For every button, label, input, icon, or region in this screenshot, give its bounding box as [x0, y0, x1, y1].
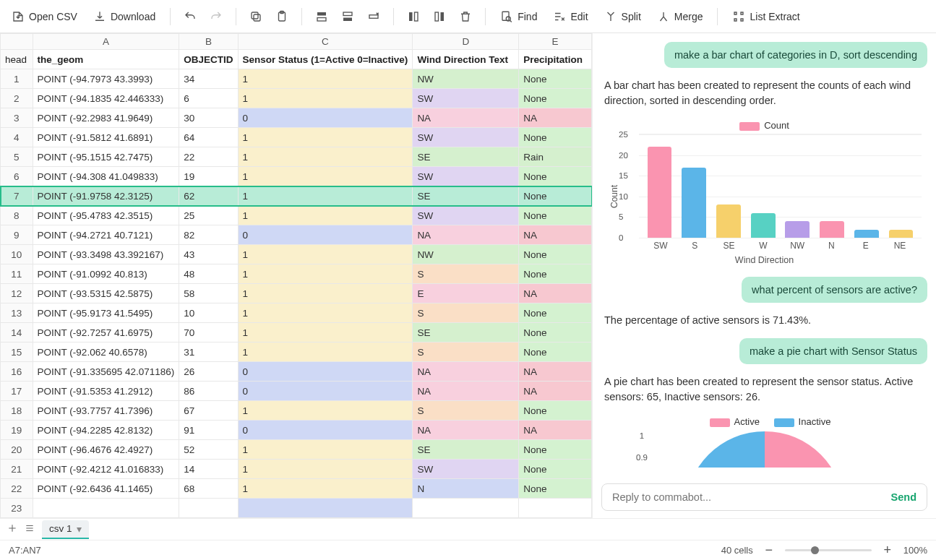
cell[interactable]: None [519, 323, 592, 343]
table-row[interactable]: 10 POINT (-93.3498 43.392167) 43 1 NW No… [1, 245, 592, 264]
row-index[interactable]: 6 [1, 167, 33, 186]
table-row[interactable]: 4 POINT (-91.5812 41.6891) 64 1 SW None [1, 128, 592, 147]
cell[interactable]: 10 [179, 303, 238, 323]
row-index[interactable]: 11 [1, 264, 33, 284]
table-row[interactable]: 18 POINT (-93.7757 41.7396) 67 1 S None [1, 401, 592, 421]
insert-col-left-button[interactable] [403, 6, 424, 27]
col-letter[interactable]: E [519, 34, 592, 50]
cell[interactable]: NA [519, 108, 592, 128]
cell[interactable]: N [413, 479, 519, 499]
edit-button[interactable]: Edit [547, 6, 593, 27]
cell[interactable] [519, 499, 592, 518]
insert-row-below-button[interactable] [337, 6, 358, 27]
table-row[interactable]: 15 POINT (-92.062 40.6578) 31 1 S None [1, 343, 592, 362]
cell[interactable]: POINT (-96.4676 42.4927) [33, 440, 179, 460]
cell[interactable]: 1 [238, 147, 413, 167]
cell[interactable]: NA [519, 284, 592, 303]
cell[interactable]: 34 [179, 69, 238, 89]
cell[interactable]: None [519, 89, 592, 108]
cell[interactable]: None [519, 303, 592, 323]
spreadsheet[interactable]: A B C D E head the_geom OBJECTID Sensor … [0, 33, 593, 518]
cell[interactable]: 64 [179, 128, 238, 147]
cell[interactable]: NA [413, 362, 519, 382]
table-row[interactable]: 8 POINT (-95.4783 42.3515) 25 1 SW None [1, 206, 592, 225]
table-row[interactable]: 17 POINT (-91.5353 41.2912) 86 0 NA NA [1, 382, 592, 401]
cell[interactable]: POINT (-91.9758 42.3125) [33, 186, 179, 206]
cell[interactable]: NA [413, 108, 519, 128]
cell[interactable]: None [519, 206, 592, 225]
cell[interactable]: 1 [238, 264, 413, 284]
cell[interactable]: POINT (-91.0992 40.813) [33, 264, 179, 284]
row-index[interactable]: 8 [1, 206, 33, 225]
cell[interactable]: SW [413, 89, 519, 108]
cell[interactable] [33, 499, 179, 518]
cell[interactable]: None [519, 264, 592, 284]
row-index[interactable]: 13 [1, 303, 33, 323]
row-index[interactable]: 22 [1, 479, 33, 499]
cell[interactable]: 1 [238, 343, 413, 362]
chat-input[interactable] [612, 491, 891, 503]
zoom-out-button[interactable]: − [763, 543, 775, 558]
cell[interactable]: 1 [238, 128, 413, 147]
cell[interactable]: 1 [238, 460, 413, 479]
cell[interactable]: SW [413, 167, 519, 186]
cell[interactable]: 19 [179, 167, 238, 186]
col-letter[interactable]: C [238, 34, 413, 50]
cell[interactable]: 1 [238, 284, 413, 303]
header-cell[interactable]: Wind Direction Text [413, 50, 519, 69]
cell[interactable] [413, 499, 519, 518]
cell[interactable]: SW [413, 206, 519, 225]
row-index[interactable]: 5 [1, 147, 33, 167]
row-index[interactable]: 18 [1, 401, 33, 421]
cell[interactable]: 6 [179, 89, 238, 108]
cell[interactable]: 58 [179, 284, 238, 303]
table-row[interactable]: 12 POINT (-93.5315 42.5875) 58 1 E NA [1, 284, 592, 303]
row-index[interactable]: 9 [1, 225, 33, 245]
table-row[interactable]: 13 POINT (-95.9173 41.5495) 10 1 S None [1, 303, 592, 323]
cell[interactable]: 43 [179, 245, 238, 264]
cell[interactable]: POINT (-92.062 40.6578) [33, 343, 179, 362]
cell[interactable]: POINT (-93.3498 43.392167) [33, 245, 179, 264]
cell[interactable]: POINT (-94.308 41.049833) [33, 167, 179, 186]
cell[interactable]: 1 [238, 245, 413, 264]
cell[interactable]: 0 [238, 421, 413, 440]
header-cell[interactable]: Sensor Status (1=Active 0=Inactive) [238, 50, 413, 69]
cell[interactable]: SE [413, 186, 519, 206]
cell[interactable]: SW [413, 128, 519, 147]
cell[interactable]: None [519, 167, 592, 186]
cell[interactable]: POINT (-93.7757 41.7396) [33, 401, 179, 421]
row-index[interactable]: 19 [1, 421, 33, 440]
add-sheet-button[interactable] [7, 523, 17, 535]
cell[interactable]: NA [519, 362, 592, 382]
cell[interactable]: SE [413, 147, 519, 167]
col-letter[interactable]: B [179, 34, 238, 50]
cell[interactable]: SE [413, 323, 519, 343]
cell[interactable]: POINT (-92.4212 41.016833) [33, 460, 179, 479]
cell[interactable]: 70 [179, 323, 238, 343]
cell[interactable]: POINT (-91.335695 42.071186) [33, 362, 179, 382]
cell[interactable]: None [519, 343, 592, 362]
cell[interactable]: 62 [179, 186, 238, 206]
cell[interactable]: 0 [238, 362, 413, 382]
cell[interactable]: POINT (-95.9173 41.5495) [33, 303, 179, 323]
cell[interactable]: NA [413, 421, 519, 440]
table-row[interactable]: 5 POINT (-95.1515 42.7475) 22 1 SE Rain [1, 147, 592, 167]
zoom-slider[interactable] [785, 549, 872, 551]
cell[interactable]: POINT (-93.5315 42.5875) [33, 284, 179, 303]
send-button[interactable]: Send [891, 491, 916, 503]
delete-col-button[interactable] [455, 6, 476, 27]
cell[interactable]: NA [413, 225, 519, 245]
table-row[interactable]: 19 POINT (-94.2285 42.8132) 91 0 NA NA [1, 421, 592, 440]
cell[interactable]: 1 [238, 323, 413, 343]
header-cell[interactable]: Precipitation [519, 50, 592, 69]
cell[interactable]: 0 [238, 382, 413, 401]
cell[interactable]: POINT (-95.4783 42.3515) [33, 206, 179, 225]
row-index[interactable]: 7 [1, 186, 33, 206]
cell[interactable]: 1 [238, 69, 413, 89]
cell[interactable]: POINT (-94.7973 43.3993) [33, 69, 179, 89]
row-index[interactable]: 4 [1, 128, 33, 147]
cell[interactable]: NA [519, 382, 592, 401]
cell[interactable]: 1 [238, 401, 413, 421]
cell[interactable]: None [519, 128, 592, 147]
download-button[interactable]: Download [87, 6, 161, 27]
